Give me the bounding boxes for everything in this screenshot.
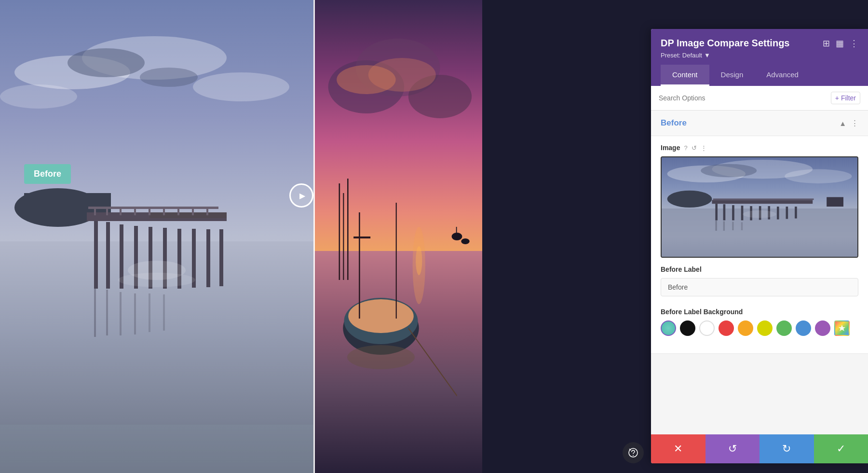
image-more-icon[interactable]: ⋮: [701, 144, 707, 152]
svg-rect-13: [106, 222, 110, 289]
before-label-input[interactable]: [661, 278, 858, 296]
color-swatch-teal[interactable]: [661, 320, 676, 336]
svg-rect-89: [827, 197, 843, 207]
svg-rect-24: [94, 207, 96, 215]
svg-point-61: [416, 246, 422, 275]
before-more-icon[interactable]: ⋮: [851, 119, 858, 127]
svg-rect-30: [177, 207, 179, 215]
svg-rect-21: [219, 229, 223, 286]
tab-design[interactable]: Design: [709, 65, 755, 86]
svg-rect-73: [715, 204, 718, 220]
before-image: Before: [0, 0, 313, 473]
color-swatch-blue[interactable]: [796, 320, 811, 336]
after-image-svg: [313, 0, 482, 473]
svg-rect-57: [396, 203, 397, 319]
svg-point-64: [461, 238, 470, 244]
svg-rect-87: [741, 222, 743, 230]
svg-rect-27: [134, 207, 136, 215]
crop-icon[interactable]: ⊞: [823, 38, 830, 49]
svg-rect-86: [732, 222, 733, 230]
before-section-title: Before: [661, 118, 687, 128]
undo-button[interactable]: ↺: [705, 434, 760, 463]
svg-rect-83: [713, 198, 814, 200]
svg-point-68: [785, 169, 852, 183]
svg-point-69: [701, 164, 757, 177]
svg-rect-80: [777, 207, 779, 219]
filter-button[interactable]: + Filter: [831, 92, 860, 104]
svg-point-5: [0, 84, 77, 109]
svg-rect-41: [0, 425, 313, 473]
cancel-button[interactable]: ✕: [651, 434, 705, 463]
preview-image-svg: [662, 157, 857, 257]
svg-rect-50: [343, 193, 344, 280]
svg-rect-76: [741, 206, 744, 220]
tab-advanced[interactable]: Advanced: [755, 65, 810, 86]
svg-rect-38: [163, 294, 165, 331]
svg-rect-58: [353, 236, 370, 238]
svg-rect-82: [795, 207, 797, 219]
color-swatch-yellow[interactable]: [757, 320, 773, 336]
tab-content[interactable]: Content: [661, 65, 709, 86]
color-swatch-white[interactable]: [699, 320, 715, 336]
color-swatch-green[interactable]: [776, 320, 792, 336]
tabs-row: Content Design Advanced: [661, 65, 858, 86]
settings-panel: DP Image Compare Settings ⊞ ▦ ⋮ Preset: …: [651, 29, 868, 463]
divider-line[interactable]: [313, 0, 315, 473]
redo-button[interactable]: ↻: [760, 434, 814, 463]
svg-point-71: [667, 191, 712, 208]
before-section-header: Before ▲ ⋮: [651, 111, 868, 136]
svg-rect-56: [359, 212, 360, 319]
before-pier-svg: [0, 0, 313, 473]
panel-header: DP Image Compare Settings ⊞ ▦ ⋮ Preset: …: [651, 29, 868, 86]
color-swatch-black[interactable]: [680, 320, 695, 336]
more-options-icon[interactable]: ⋮: [850, 38, 858, 49]
image-help-icon[interactable]: ?: [684, 144, 687, 152]
before-label-field-label: Before Label: [661, 265, 858, 273]
divider-handle[interactable]: [289, 183, 313, 208]
collapse-icon[interactable]: ▲: [839, 119, 846, 127]
color-swatch-purple[interactable]: [815, 320, 830, 336]
action-bar: ✕ ↺ ↻ ✓: [651, 434, 868, 463]
before-label-bg-label: Before Label Background: [661, 308, 858, 316]
svg-point-7: [140, 68, 198, 87]
color-swatch-red[interactable]: [719, 320, 734, 336]
color-swatch-orange[interactable]: [738, 320, 753, 336]
image-reset-icon[interactable]: ↺: [692, 144, 697, 152]
search-bar: + Filter: [651, 86, 868, 111]
panel-title: DP Image Compare Settings: [661, 38, 789, 49]
before-section: Before ▲ ⋮ Image ? ↺ ⋮: [651, 111, 868, 354]
svg-rect-85: [723, 221, 725, 231]
svg-rect-75: [732, 205, 734, 220]
before-label-field: Before Label: [661, 265, 858, 298]
grid-icon[interactable]: ▦: [836, 38, 844, 49]
svg-rect-51: [347, 179, 349, 280]
svg-rect-36: [134, 293, 136, 334]
svg-rect-29: [163, 207, 165, 215]
before-section-body: Image ? ↺ ⋮: [651, 136, 868, 353]
before-label: Before: [24, 164, 71, 184]
svg-rect-34: [106, 290, 108, 335]
before-label-bg-field: Before Label Background: [661, 308, 858, 336]
after-image: [313, 0, 482, 473]
svg-rect-28: [149, 207, 150, 215]
search-input[interactable]: [659, 94, 827, 102]
preset-dropdown-arrow[interactable]: ▼: [704, 52, 710, 59]
svg-rect-37: [149, 293, 150, 332]
svg-rect-72: [712, 200, 813, 204]
color-swatch-custom[interactable]: [834, 320, 850, 336]
svg-point-6: [68, 48, 145, 77]
svg-point-59: [347, 345, 415, 369]
svg-rect-32: [206, 207, 208, 215]
svg-point-90: [633, 455, 634, 456]
save-button[interactable]: ✓: [814, 434, 868, 463]
image-field-label: Image: [661, 144, 680, 152]
svg-point-48: [368, 58, 436, 92]
svg-rect-33: [94, 289, 96, 337]
svg-point-4: [193, 72, 289, 101]
image-preview[interactable]: [661, 156, 858, 258]
floating-help-icon[interactable]: [623, 442, 644, 463]
image-field-label-row: Image ? ↺ ⋮: [661, 144, 858, 152]
preset-label: Preset: Default: [661, 52, 702, 59]
svg-rect-22: [149, 212, 227, 218]
svg-point-54: [348, 299, 414, 333]
